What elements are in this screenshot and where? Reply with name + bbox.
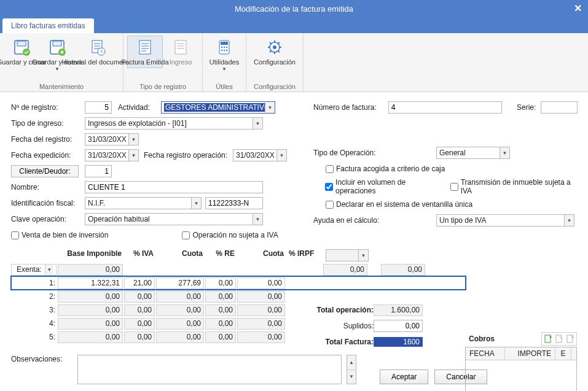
fecha-reg-op-input[interactable]: 31/03/20XX ▼ — [233, 149, 287, 161]
chevron-down-icon[interactable]: ▼ — [253, 214, 262, 225]
base-input[interactable]: 0,00 — [58, 331, 123, 343]
chevron-down-icon[interactable]: ▼ — [128, 150, 138, 161]
clave-op-select[interactable]: Operación habitual ▼ — [85, 213, 263, 225]
actividad-select[interactable]: GESTORES ADMINISTRATIVOS ▼ — [161, 101, 275, 114]
iva-row-label: 1: — [11, 277, 58, 288]
fecha-reg-op-label: Fecha registro operación: — [144, 151, 233, 160]
pct-iva-input[interactable]: 0,00 — [124, 304, 155, 316]
pct-re-input[interactable]: 0,00 — [205, 291, 236, 303]
base-input[interactable]: 0,00 — [58, 318, 123, 330]
svg-point-14 — [226, 47, 227, 48]
cuota-input[interactable]: 0,00 — [156, 318, 204, 330]
chevron-down-icon[interactable]: ▼ — [358, 250, 368, 261]
cuota-re-input[interactable]: 0,00 — [237, 291, 285, 303]
cuota-re-input[interactable]: 0,00 — [237, 277, 285, 289]
pct-re-input[interactable]: 0,00 — [205, 277, 236, 289]
chevron-down-icon[interactable]: ▼ — [276, 150, 286, 161]
close-icon[interactable]: ✕ — [574, 2, 582, 14]
save-close-icon — [12, 37, 31, 57]
pct-iva-input[interactable]: 21,00 — [124, 277, 155, 289]
ayuda-calc-label: Ayuda en el cálculo: — [313, 216, 390, 225]
pct-iva-input[interactable]: 0,00 — [124, 291, 155, 303]
svg-rect-20 — [545, 335, 551, 343]
venta-bien-check[interactable]: Venta de bien de inversión — [11, 231, 108, 239]
svg-point-16 — [224, 50, 225, 51]
svg-rect-9 — [175, 41, 186, 54]
ribbon-group-config: Configuración — [250, 82, 299, 90]
incluir-volumen-check[interactable]: Incluir en volumen de operaciones — [325, 178, 442, 195]
transmision-inmueble-check[interactable]: Transmisión de inmueble sujeta a IVA — [450, 178, 578, 195]
add-cobro-icon[interactable] — [543, 334, 553, 344]
base-input[interactable]: 1.322,31 — [58, 277, 123, 289]
iva-exenta-row: Exenta: ▼ 0,00 0,00 0,00 — [11, 263, 466, 276]
irpf-cuota[interactable]: 0,00 — [323, 264, 367, 276]
cuota-re-input[interactable]: 0,00 — [237, 331, 285, 343]
textarea-scrollbar[interactable]: ▲ ▼ — [347, 355, 356, 384]
cobros-title: Cobros — [465, 335, 495, 343]
ayuda-calc-select[interactable]: Un tipo de IVA ▼ — [436, 214, 574, 226]
base-input[interactable]: 0,00 — [58, 291, 123, 303]
cuota-input[interactable]: 277,69 — [156, 277, 204, 289]
chevron-down-icon[interactable]: ▼ — [191, 198, 201, 209]
numero-factura-input[interactable] — [388, 101, 502, 114]
serie-input[interactable] — [541, 101, 578, 114]
exenta-select[interactable]: Exenta: ▼ — [11, 264, 57, 276]
declarar-ventanilla-check[interactable]: Declarar en el sistema de ventanilla úni… — [326, 200, 472, 209]
cuota-input[interactable]: 0,00 — [156, 304, 204, 316]
chevron-down-icon[interactable]: ▼ — [45, 265, 53, 275]
cuota-re-input[interactable]: 0,00 — [237, 318, 285, 330]
save-new-button[interactable]: Guardar y nueva ▼ — [39, 36, 75, 74]
chevron-down-icon[interactable]: ▼ — [128, 134, 138, 145]
factura-caja-check[interactable]: Factura acogida a criterio de caja — [326, 165, 445, 173]
n-registro-input[interactable] — [85, 101, 112, 114]
pct-re-input[interactable]: 0,00 — [205, 318, 236, 330]
iva-row-label: 2: — [11, 291, 58, 302]
chevron-down-icon[interactable]: ▼ — [564, 215, 574, 226]
irpf-ret[interactable]: 0,00 — [381, 264, 425, 276]
pct-re-input[interactable]: 0,00 — [205, 331, 236, 343]
ribbon-group-tipo: Tipo de registro — [127, 82, 198, 90]
cuota-input[interactable]: 0,00 — [156, 331, 204, 343]
utilidades-button[interactable]: Utilidades ▼ — [206, 36, 242, 74]
fecha-exped-label: Fecha expedición: — [11, 151, 85, 160]
config-button[interactable]: Configuración — [250, 36, 299, 68]
pct-iva-input[interactable]: 0,00 — [124, 318, 155, 330]
op-no-iva-check[interactable]: Operación no sujeta a IVA — [182, 231, 278, 239]
svg-rect-4 — [53, 41, 61, 46]
pct-iva-input[interactable]: 0,00 — [124, 331, 155, 343]
ident-num-input[interactable] — [205, 197, 263, 209]
chevron-down-icon[interactable]: ▼ — [253, 118, 262, 129]
nombre-label: Nombre: — [11, 183, 85, 192]
observaciones-textarea[interactable] — [77, 355, 342, 384]
edit-cobro-icon[interactable] — [554, 334, 564, 344]
tab-libro-facturas[interactable]: Libro facturas emitidas — [2, 18, 94, 33]
scroll-up-icon[interactable]: ▲ — [347, 355, 356, 370]
scroll-down-icon[interactable]: ▼ — [347, 370, 356, 384]
svg-rect-11 — [221, 42, 228, 45]
total-op-value: 1.600,00 — [374, 304, 423, 316]
base-input[interactable]: 0,00 — [58, 304, 123, 316]
tipo-operacion-select[interactable]: General ▼ — [436, 147, 510, 159]
chevron-down-icon[interactable]: ▼ — [265, 102, 275, 113]
irpf-pct-select[interactable]: ▼ — [326, 249, 369, 261]
delete-cobro-icon[interactable] — [565, 334, 575, 344]
exenta-value[interactable]: 0,00 — [58, 264, 123, 276]
aceptar-button[interactable]: Aceptar — [380, 370, 428, 384]
cuota-input[interactable]: 0,00 — [156, 291, 204, 303]
fecha-exped-input[interactable]: 31/03/20XX ▼ — [85, 149, 139, 161]
total-factura-value[interactable]: 1600 — [374, 337, 423, 347]
suplidos-input[interactable] — [374, 320, 423, 332]
cobros-table[interactable]: FECHA IMPORTE E — [465, 347, 577, 391]
cliente-deudor-button[interactable]: Cliente/Deudor: — [11, 165, 79, 177]
fecha-registro-input[interactable]: 31/03/20XX ▼ — [85, 133, 139, 145]
tipo-ingreso-select[interactable]: Ingresos de explotación - [I01] ▼ — [85, 117, 263, 130]
nombre-input[interactable] — [85, 181, 263, 193]
total-op-label: Total operación: — [306, 306, 374, 314]
svg-point-19 — [273, 45, 276, 49]
cuota-re-input[interactable]: 0,00 — [237, 304, 285, 316]
clave-op-label: Clave operación: — [11, 215, 85, 223]
cliente-id-input[interactable] — [85, 165, 112, 177]
chevron-down-icon[interactable]: ▼ — [500, 147, 509, 158]
pct-re-input[interactable]: 0,00 — [205, 304, 236, 316]
ident-tipo-select[interactable]: N.I.F. ▼ — [85, 197, 202, 209]
